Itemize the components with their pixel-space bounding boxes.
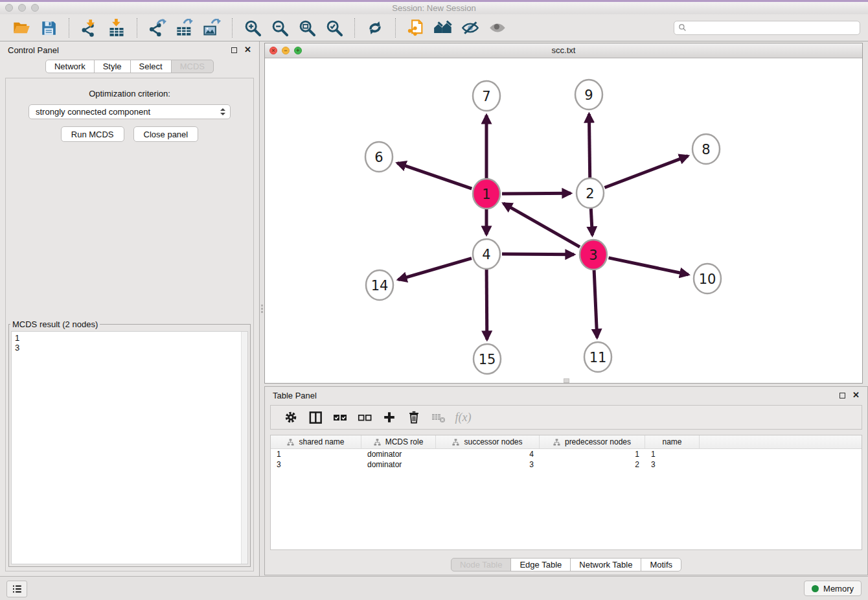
edge-3-1[interactable]	[503, 203, 580, 247]
export-table-icon[interactable]	[174, 17, 196, 39]
svg-text:8: 8	[702, 142, 710, 157]
cell-shared-name[interactable]: 3	[271, 460, 361, 469]
import-network-icon[interactable]	[78, 17, 100, 39]
export-network-icon[interactable]	[146, 17, 168, 39]
node-14[interactable]: 14	[366, 270, 393, 300]
edge-1-2[interactable]	[502, 193, 571, 194]
network-maximize-button[interactable]: +	[294, 47, 302, 54]
close-window-button[interactable]	[5, 4, 13, 12]
table-settings-icon[interactable]	[279, 407, 303, 428]
tab-mcds[interactable]: MCDS	[171, 60, 214, 73]
tab-network[interactable]: Network	[45, 60, 95, 73]
hide-network-icon[interactable]	[459, 17, 481, 39]
status-bar: Memory	[0, 576, 868, 600]
import-table-icon[interactable]	[106, 17, 128, 39]
node-4[interactable]: 4	[473, 239, 500, 269]
edge-3-11[interactable]	[594, 270, 597, 338]
network-minimize-button[interactable]: −	[282, 47, 290, 54]
run-mcds-button[interactable]: Run MCDS	[61, 126, 124, 142]
node-8[interactable]: 8	[692, 134, 720, 164]
close-panel-icon[interactable]: ✕	[244, 47, 251, 53]
horizontal-splitter-handle[interactable]	[564, 378, 569, 383]
dropdown-stepper-icon	[220, 108, 225, 115]
table-row[interactable]: 3dominator323	[271, 459, 862, 470]
refresh-icon[interactable]	[364, 17, 386, 39]
edge-4-3[interactable]	[502, 254, 574, 255]
table-header-row: shared nameMCDS rolesuccessor nodesprede…	[271, 435, 862, 449]
edge-4-15[interactable]	[486, 270, 487, 340]
tab-motifs[interactable]: Motifs	[641, 558, 681, 571]
toolbar-separator	[69, 18, 69, 38]
edge-1-6[interactable]	[397, 163, 472, 189]
node-10[interactable]: 10	[694, 264, 721, 294]
export-image-icon[interactable]	[201, 17, 223, 39]
column-header-successor-nodes[interactable]: successor nodes	[436, 435, 540, 448]
cell-predecessor-nodes[interactable]: 1	[540, 450, 645, 459]
node-7[interactable]: 7	[473, 81, 500, 111]
mcds-result-text[interactable]: 1 3	[11, 331, 248, 564]
cell-mcds-role[interactable]: dominator	[361, 460, 436, 469]
add-column-icon[interactable]	[377, 407, 402, 428]
cell-successor-nodes[interactable]: 4	[436, 450, 540, 459]
edge-3-10[interactable]	[609, 258, 689, 275]
network-close-button[interactable]: ×	[269, 47, 277, 54]
node-3[interactable]: 3	[580, 240, 607, 270]
column-header-mcds-role[interactable]: MCDS role	[361, 435, 436, 448]
svg-text:15: 15	[479, 352, 496, 367]
network-graph[interactable]: 7968124314101511	[265, 58, 862, 384]
node-15[interactable]: 15	[474, 344, 501, 374]
node-2[interactable]: 2	[577, 178, 604, 208]
column-layout-icon[interactable]	[303, 407, 328, 428]
node-6[interactable]: 6	[365, 142, 393, 172]
delete-column-icon[interactable]	[402, 407, 426, 428]
task-history-button[interactable]	[6, 581, 27, 597]
result-scrollbar[interactable]	[241, 332, 247, 564]
tab-node-table[interactable]: Node Table	[451, 558, 512, 571]
zoom-in-icon[interactable]	[242, 17, 264, 39]
column-header-predecessor-nodes[interactable]: predecessor nodes	[540, 435, 645, 448]
save-session-icon[interactable]	[38, 17, 60, 39]
column-header-shared-name[interactable]: shared name	[271, 435, 361, 448]
open-network-file-icon[interactable]	[405, 17, 427, 39]
node-table: shared nameMCDS rolesuccessor nodesprede…	[270, 435, 862, 550]
float-table-panel-icon[interactable]	[839, 393, 845, 398]
zoom-fit-icon[interactable]	[296, 17, 318, 39]
search-input[interactable]	[689, 23, 856, 33]
cell-successor-nodes[interactable]: 3	[436, 460, 540, 469]
node-11[interactable]: 11	[584, 342, 611, 372]
tab-select[interactable]: Select	[130, 60, 172, 73]
tab-network-table[interactable]: Network Table	[570, 558, 641, 571]
open-session-icon[interactable]	[10, 17, 32, 39]
cell-name[interactable]: 3	[645, 460, 700, 469]
network-canvas[interactable]: 7968124314101511	[265, 58, 862, 384]
show-network-icon[interactable]	[486, 17, 508, 39]
column-header-name[interactable]: name	[645, 435, 700, 448]
edge-2-8[interactable]	[604, 156, 688, 188]
node-1[interactable]: 1	[473, 179, 500, 209]
cell-mcds-role[interactable]: dominator	[361, 450, 436, 459]
maximize-window-button[interactable]	[31, 4, 39, 12]
edge-4-14[interactable]	[398, 259, 472, 280]
cell-shared-name[interactable]: 1	[271, 450, 361, 459]
edge-2-3[interactable]	[591, 209, 592, 235]
unselect-all-checkboxes-icon[interactable]	[352, 407, 377, 428]
close-panel-button[interactable]: Close panel	[133, 126, 199, 142]
show-all-networks-icon[interactable]	[432, 17, 454, 39]
cell-name[interactable]: 1	[645, 450, 700, 459]
memory-button[interactable]: Memory	[804, 581, 862, 596]
window-controls	[5, 4, 39, 12]
edge-2-9[interactable]	[589, 114, 589, 178]
panel-splitter-handle[interactable]	[260, 303, 264, 320]
cell-predecessor-nodes[interactable]: 2	[540, 460, 645, 469]
zoom-selected-icon[interactable]	[323, 17, 345, 39]
select-all-checkboxes-icon[interactable]	[328, 407, 352, 428]
node-9[interactable]: 9	[575, 80, 602, 110]
table-row[interactable]: 1dominator411	[271, 449, 862, 459]
minimize-window-button[interactable]	[18, 4, 26, 12]
close-table-panel-icon[interactable]: ✕	[852, 392, 860, 398]
float-panel-icon[interactable]	[231, 47, 237, 53]
tab-edge-table[interactable]: Edge Table	[510, 558, 571, 571]
tab-style[interactable]: Style	[94, 60, 131, 73]
zoom-out-icon[interactable]	[269, 17, 291, 39]
criterion-dropdown[interactable]: strongly connected component	[29, 104, 231, 119]
